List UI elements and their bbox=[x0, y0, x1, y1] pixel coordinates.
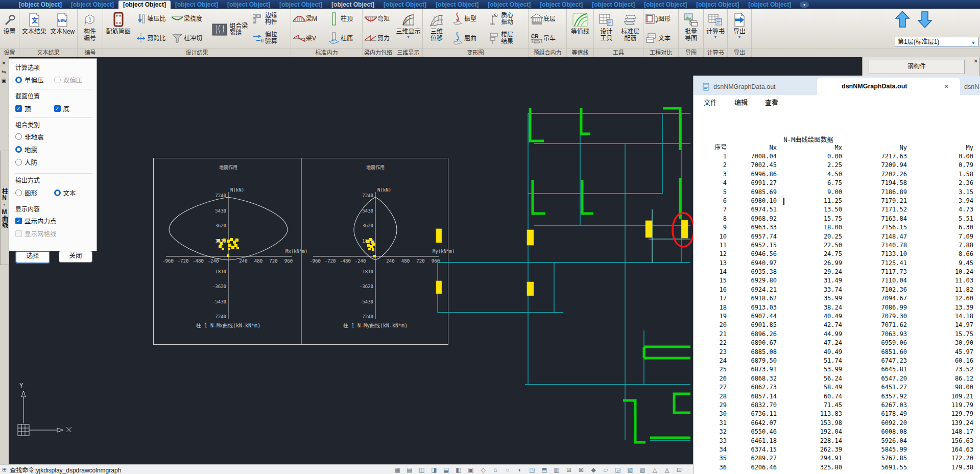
view-toolbar-icon[interactable]: ◐ bbox=[514, 466, 526, 473]
close-icon[interactable]: ✕ bbox=[974, 58, 978, 64]
beam-moment-button[interactable]: 梁M bbox=[292, 10, 326, 29]
eccentric-tension-button[interactable]: 偏拉验算 bbox=[251, 29, 290, 48]
view-toolbar-icon[interactable]: △ bbox=[649, 466, 661, 473]
view-toolbar-icon[interactable]: ◳ bbox=[526, 466, 538, 473]
menu-tab[interactable]: [object Object] bbox=[327, 1, 379, 9]
edge-member-button[interactable]: 边缘构件 bbox=[251, 10, 290, 29]
contour-button[interactable]: 等值线 bbox=[567, 9, 593, 48]
column-top-button[interactable]: 柱顶 bbox=[326, 10, 361, 29]
shear-span-ratio-button[interactable]: 剪跨比 bbox=[133, 29, 170, 48]
displacement-3d-button[interactable]: 三维位移 bbox=[423, 9, 450, 48]
floor-down-button[interactable] bbox=[917, 10, 933, 29]
radio-text[interactable]: 文本 bbox=[54, 188, 93, 198]
view-toolbar-icon[interactable]: ◆ bbox=[587, 466, 600, 473]
menu-overflow-button[interactable]: ▼ bbox=[800, 2, 809, 8]
composite-beam-crack-button[interactable]: 组合梁裂缝 bbox=[212, 9, 250, 48]
radio-uniaxial[interactable]: 单偏压 bbox=[15, 75, 54, 85]
crane-button[interactable]: CR 吊车 bbox=[529, 29, 566, 48]
menu-item-edit[interactable]: 编辑 bbox=[734, 97, 748, 107]
radio-seismic[interactable]: 地震 bbox=[15, 145, 92, 154]
menu-item-view[interactable]: 查看 bbox=[765, 97, 778, 107]
menu-tab[interactable]: [object Object] bbox=[66, 1, 118, 9]
menu-tab[interactable]: [object Object] bbox=[171, 1, 223, 9]
view-toolbar-icon[interactable]: ⬒ bbox=[538, 466, 551, 473]
view-toolbar-icon[interactable]: ⊞ bbox=[563, 466, 575, 473]
checkbox-bottom[interactable]: ✓底 bbox=[54, 104, 93, 113]
view-toolbar-icon[interactable]: ◨ bbox=[428, 466, 440, 473]
buckling-button[interactable]: 屈曲 bbox=[450, 29, 487, 48]
radio-graphic[interactable]: 图形 bbox=[15, 188, 54, 198]
view-toolbar-icon[interactable]: ◲ bbox=[612, 466, 624, 473]
checkbox-show-gridlines[interactable]: 显示网格线 bbox=[15, 229, 92, 239]
menu-tab[interactable]: [object Object] bbox=[223, 1, 275, 9]
menu-tab[interactable]: [object Object] bbox=[14, 1, 66, 9]
view-toolbar-icon[interactable]: ▨ bbox=[636, 466, 649, 473]
export-button[interactable]: 导出 ▼ bbox=[728, 9, 751, 48]
view-toolbar-icon[interactable]: ⊠ bbox=[575, 466, 587, 473]
vertical-tab-column-nm-curve[interactable]: 柱N-M曲线 bbox=[0, 151, 9, 265]
view-toolbar-icon[interactable]: ○ bbox=[501, 466, 514, 473]
view-toolbar-icon[interactable]: ◧ bbox=[452, 466, 465, 473]
mode-shape-button[interactable]: 振型 bbox=[450, 10, 487, 29]
menu-tab[interactable]: [object Object] bbox=[639, 1, 691, 9]
plan-columns[interactable] bbox=[436, 220, 688, 296]
floor-up-button[interactable] bbox=[895, 10, 910, 29]
bottom-floor-button[interactable]: 底层 bbox=[529, 10, 566, 29]
column-punching-button[interactable]: 柱冲切 bbox=[170, 29, 212, 48]
compare-graphic-button[interactable]: 图形 bbox=[644, 10, 678, 29]
axial-ratio-button[interactable]: 轴压比 bbox=[133, 10, 170, 29]
checkbox-top[interactable]: ✓顶 bbox=[15, 104, 54, 113]
beam-shear-button[interactable]: 梁V bbox=[292, 29, 326, 48]
menu-tab[interactable]: [object Object] bbox=[379, 1, 431, 9]
column-bottom-button[interactable]: 柱底 bbox=[326, 29, 361, 48]
floor-selector-dropdown[interactable]: 第1层(标准层1) ▼ bbox=[895, 37, 978, 47]
calc-book-button[interactable]: 计算书 ▼ bbox=[704, 9, 727, 48]
close-button[interactable]: 关闭 bbox=[59, 251, 92, 263]
shear-envelope-button[interactable]: 剪力 bbox=[363, 29, 393, 48]
notepad-tab-inactive[interactable]: dsnNMGraphData.out bbox=[699, 79, 814, 95]
reinforcement-diagram-button[interactable]: 配筋简图 bbox=[104, 9, 133, 48]
view-toolbar-icon[interactable]: ▤ bbox=[403, 466, 416, 473]
view-toolbar-icon[interactable]: ◬ bbox=[661, 466, 673, 473]
moment-envelope-button[interactable]: 弯矩 bbox=[363, 10, 393, 29]
text-result-button[interactable]: 文 文本结果 bbox=[20, 9, 49, 48]
standard-floor-reinf-button[interactable]: 标准层配筋 bbox=[618, 9, 643, 48]
display-3d-button[interactable]: 三维显示 ▼ bbox=[395, 9, 422, 48]
view-toolbar-icon[interactable]: ⌂ bbox=[489, 466, 501, 473]
radio-biaxial[interactable]: 双偏压 bbox=[54, 75, 93, 85]
select-button[interactable]: 选择 bbox=[15, 251, 50, 264]
component-number-button[interactable]: 1 构件编号 bbox=[78, 9, 102, 48]
batch-export-images-button[interactable]: 批量导图 bbox=[679, 9, 703, 48]
view-toolbar-icon[interactable]: ◇ bbox=[477, 466, 489, 473]
beam-deflection-button[interactable]: 梁挠度 bbox=[170, 10, 212, 29]
view-toolbar-icon[interactable]: ▦ bbox=[391, 466, 403, 473]
menu-tab[interactable]: [object Object] bbox=[587, 1, 639, 9]
radio-civil-defense[interactable]: 人防 bbox=[15, 157, 92, 167]
view-toolbar-icon[interactable]: ▧ bbox=[624, 466, 636, 473]
command-line-text[interactable]: 查找命令:yjkdisplay_dspdrawcolnmgraph bbox=[10, 465, 121, 474]
centroid-vibration-button[interactable]: 质心振动 bbox=[487, 10, 528, 29]
design-tool-button[interactable]: 设计工具 bbox=[594, 9, 618, 48]
chevron-down-icon[interactable]: ▼ bbox=[737, 35, 742, 39]
menu-tab[interactable]: [object Object] bbox=[431, 1, 483, 9]
tab-close-icon[interactable]: ✕ bbox=[944, 83, 949, 90]
notepad-tab-partial[interactable]: dsnN bbox=[964, 79, 980, 95]
settings-button[interactable]: 设置 bbox=[1, 9, 18, 48]
checkbox-show-force-points[interactable]: ✓显示内力点 bbox=[15, 216, 92, 226]
view-toolbar-icon[interactable]: ◫ bbox=[416, 466, 428, 473]
view-toolbar-icon[interactable]: ⬓ bbox=[440, 466, 452, 473]
steel-member-panel-title[interactable]: 钢构件 bbox=[869, 60, 965, 74]
panel-collapse-icon[interactable]: ⇆ bbox=[0, 69, 8, 75]
menu-tab[interactable]: [object Object] bbox=[483, 1, 535, 9]
panel-close-icon[interactable]: ✕ bbox=[0, 60, 8, 66]
notepad-tab-active[interactable]: dsnNMGraphData.out ✕ bbox=[817, 78, 960, 95]
view-toolbar-icon[interactable]: ▣ bbox=[465, 466, 477, 473]
menu-tab[interactable]: [object Object] bbox=[275, 1, 327, 9]
chevron-down-icon[interactable]: ▼ bbox=[407, 35, 411, 39]
text-new-button[interactable]: NEW 文本New bbox=[49, 9, 77, 48]
chevron-down-icon[interactable]: ▼ bbox=[713, 35, 718, 39]
view-toolbar-icon[interactable]: ▱ bbox=[600, 466, 612, 473]
view-toolbar-icon[interactable]: ▥ bbox=[551, 466, 563, 473]
panel-pin-icon[interactable]: ▣ bbox=[0, 78, 8, 83]
menu-tab[interactable]: [object Object] bbox=[118, 1, 171, 9]
